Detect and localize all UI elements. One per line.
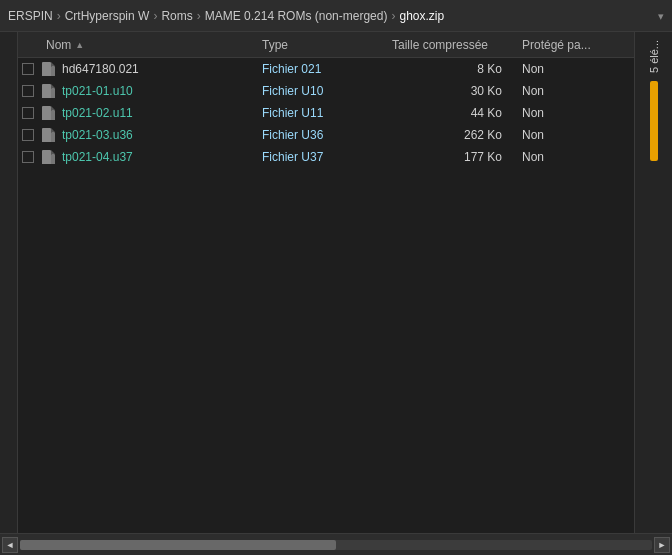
file-icon (42, 106, 56, 120)
table-row[interactable]: tp021-04.u37 Fichier U37 177 Ko Non (18, 146, 634, 168)
breadcrumb-sep-4: › (391, 9, 395, 23)
file-checkbox[interactable] (22, 85, 34, 97)
right-panel-bar (650, 81, 658, 161)
breadcrumb-item-4[interactable]: MAME 0.214 ROMs (non-merged) (205, 9, 388, 23)
file-size-cell: 8 Ko (392, 62, 522, 76)
file-name-text: tp021-02.u11 (62, 106, 133, 120)
file-type-cell: Fichier U11 (262, 106, 392, 120)
file-name-cell: hd647180.021 (22, 62, 262, 76)
file-name-text: hd647180.021 (62, 62, 139, 76)
file-icon (42, 150, 56, 164)
table-row[interactable]: tp021-01.u10 Fichier U10 30 Ko Non (18, 80, 634, 102)
breadcrumb: ERSPIN › CrtHyperspin W › Roms › MAME 0.… (8, 9, 444, 23)
breadcrumb-sep-1: › (57, 9, 61, 23)
file-size-cell: 262 Ko (392, 128, 522, 142)
file-protected-cell: Non (522, 128, 612, 142)
file-type-cell: Fichier U37 (262, 150, 392, 164)
file-type-cell: Fichier U10 (262, 84, 392, 98)
breadcrumb-sep-2: › (153, 9, 157, 23)
svg-rect-14 (51, 154, 55, 164)
svg-marker-1 (51, 62, 55, 66)
file-size-cell: 30 Ko (392, 84, 522, 98)
svg-rect-12 (42, 150, 51, 164)
svg-marker-13 (51, 150, 55, 154)
svg-marker-10 (51, 128, 55, 132)
file-name-cell: tp021-03.u36 (22, 128, 262, 142)
file-protected-cell: Non (522, 62, 612, 76)
file-checkbox[interactable] (22, 63, 34, 75)
file-name-text: tp021-01.u10 (62, 84, 133, 98)
svg-rect-6 (42, 106, 51, 120)
breadcrumb-item-2[interactable]: CrtHyperspin W (65, 9, 150, 23)
breadcrumb-item-5: ghox.zip (399, 9, 444, 23)
table-row[interactable]: tp021-03.u36 Fichier U36 262 Ko Non (18, 124, 634, 146)
element-count-label: 5 élé... (648, 40, 660, 73)
main-container: Nom ▲ Type Taille compressée Protégé pa.… (0, 32, 672, 533)
col-header-name[interactable]: Nom ▲ (22, 38, 262, 52)
file-type-cell: Fichier 021 (262, 62, 392, 76)
file-protected-cell: Non (522, 150, 612, 164)
scroll-thumb[interactable] (20, 540, 336, 550)
file-name-cell: tp021-04.u37 (22, 150, 262, 164)
file-checkbox[interactable] (22, 151, 34, 163)
file-size-cell: 177 Ko (392, 150, 522, 164)
file-name-text: tp021-03.u36 (62, 128, 133, 142)
scroll-right-button[interactable]: ► (654, 537, 670, 553)
svg-rect-5 (51, 88, 55, 98)
svg-rect-0 (42, 62, 51, 76)
left-panel (0, 32, 18, 533)
file-size-cell: 44 Ko (392, 106, 522, 120)
svg-rect-8 (51, 110, 55, 120)
file-protected-cell: Non (522, 84, 612, 98)
file-type-cell: Fichier U36 (262, 128, 392, 142)
file-checkbox[interactable] (22, 107, 34, 119)
column-header: Nom ▲ Type Taille compressée Protégé pa.… (18, 32, 634, 58)
svg-marker-4 (51, 84, 55, 88)
svg-rect-2 (51, 66, 55, 76)
svg-marker-7 (51, 106, 55, 110)
breadcrumb-sep-3: › (197, 9, 201, 23)
breadcrumb-item-1[interactable]: ERSPIN (8, 9, 53, 23)
col-header-protected[interactable]: Protégé pa... (522, 38, 612, 52)
svg-rect-3 (42, 84, 51, 98)
svg-rect-9 (42, 128, 51, 142)
file-checkbox[interactable] (22, 129, 34, 141)
file-protected-cell: Non (522, 106, 612, 120)
breadcrumb-dropdown-icon[interactable]: ▾ (658, 9, 664, 22)
file-name-cell: tp021-02.u11 (22, 106, 262, 120)
scroll-left-button[interactable]: ◄ (2, 537, 18, 553)
file-icon (42, 62, 56, 76)
file-name-cell: tp021-01.u10 (22, 84, 262, 98)
breadcrumb-item-3[interactable]: Roms (161, 9, 192, 23)
file-list: hd647180.021 Fichier 021 8 Ko Non tp021-… (18, 58, 634, 533)
right-panel: 5 élé... (634, 32, 672, 533)
file-name-text: tp021-04.u37 (62, 150, 133, 164)
scroll-track[interactable] (20, 540, 652, 550)
file-area: Nom ▲ Type Taille compressée Protégé pa.… (18, 32, 634, 533)
table-row[interactable]: hd647180.021 Fichier 021 8 Ko Non (18, 58, 634, 80)
breadcrumb-bar: ERSPIN › CrtHyperspin W › Roms › MAME 0.… (0, 0, 672, 32)
svg-rect-11 (51, 132, 55, 142)
col-header-type[interactable]: Type (262, 38, 392, 52)
file-icon (42, 84, 56, 98)
horizontal-scrollbar[interactable]: ◄ ► (0, 533, 672, 555)
file-icon (42, 128, 56, 142)
table-row[interactable]: tp021-02.u11 Fichier U11 44 Ko Non (18, 102, 634, 124)
col-header-size[interactable]: Taille compressée (392, 38, 522, 52)
sort-arrow-icon: ▲ (75, 40, 84, 50)
